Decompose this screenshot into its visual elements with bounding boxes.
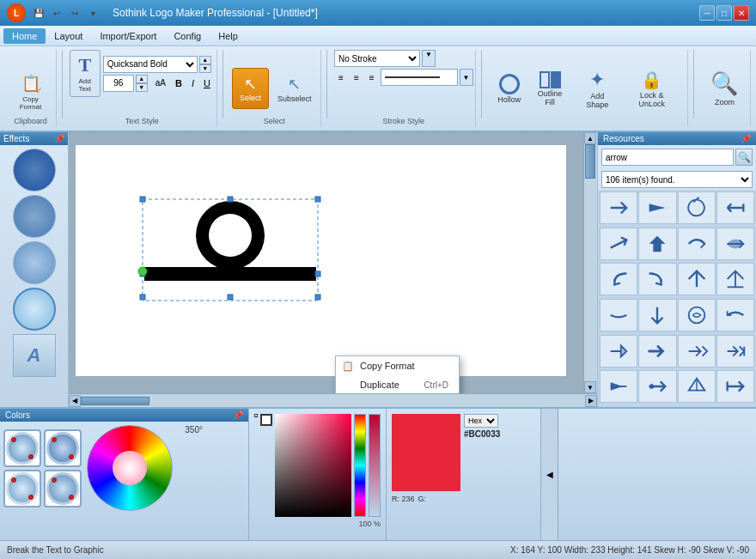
res-item-15[interactable] [678,299,716,331]
swatch-2[interactable] [44,429,82,467]
effect-item-4[interactable] [13,288,56,331]
horizontal-scrollbar[interactable]: ◀ ▶ [69,393,597,407]
res-item-6[interactable] [638,228,676,260]
effects-pin[interactable]: 📌 [54,134,64,143]
colors-pin[interactable]: 📌 [233,410,243,420]
res-item-16[interactable] [716,299,754,331]
res-item-13[interactable] [600,299,637,331]
size-down-btn[interactable]: ▼ [136,83,148,92]
resources-pin[interactable]: 📌 [741,134,751,143]
scroll-right-btn[interactable]: ▶ [585,395,597,407]
res-item-17[interactable] [600,335,637,368]
res-item-5[interactable] [600,228,637,260]
effect-item-3[interactable] [13,241,56,284]
outline-swatch[interactable] [260,414,272,426]
align-right-btn[interactable]: ≡ [365,70,379,85]
res-item-1[interactable] [600,191,637,224]
hollow-button[interactable]: Hollow [494,68,525,109]
expand-color-btn[interactable]: ◀ [541,409,558,540]
italic-button[interactable]: I [187,76,198,91]
copy-format-button[interactable]: 📋 ↙ CopyFormat [15,64,46,114]
font-size-input[interactable] [103,75,134,92]
res-item-12[interactable] [716,263,754,295]
res-item-14[interactable] [638,299,676,331]
cm-copy-format[interactable]: 📋 Copy Format [336,356,459,375]
hue-slider[interactable] [354,414,366,517]
resources-search-input[interactable] [601,149,734,166]
res-item-7[interactable] [678,228,716,260]
stroke-select[interactable]: No Stroke [334,50,420,67]
underline-button[interactable]: U [199,76,215,91]
menu-config[interactable]: Config [165,28,210,44]
alpha-slider[interactable] [369,414,381,517]
menu-home[interactable]: Home [3,28,46,44]
res-item-24[interactable] [716,370,754,403]
minimize-button[interactable]: ─ [699,5,715,21]
scroll-up-btn[interactable]: ▲ [584,132,596,144]
cm-duplicate[interactable]: Duplicate Ctrl+D [336,375,459,393]
pipette-icon[interactable] [254,414,258,417]
close-button[interactable]: ✕ [734,5,749,21]
hscroll-thumb[interactable] [81,397,149,405]
menu-help[interactable]: Help [210,28,247,44]
lock-unlock-button[interactable]: 🔒 Lock & UnLock [623,68,680,109]
vertical-scrollbar[interactable]: ▲ ▼ [583,132,597,393]
res-item-9[interactable] [600,263,637,295]
qa-dropdown[interactable]: ▾ [85,6,101,20]
maximize-button[interactable]: □ [716,5,732,21]
zoom-button[interactable]: 🔍 Zoom [705,68,743,109]
subselect-button[interactable]: ↖ Subselect [272,68,317,109]
res-item-18[interactable] [638,335,676,368]
font-name-select[interactable]: Quicksand Bold [103,56,198,73]
swatch-3[interactable] [3,470,41,507]
menu-import-export[interactable]: Import/Export [91,28,165,44]
res-item-19[interactable] [678,335,716,368]
svg-point-15 [688,307,704,324]
res-item-22[interactable] [638,370,676,403]
size-up-btn[interactable]: ▲ [136,75,148,83]
res-item-3[interactable] [678,191,716,224]
align-center-btn[interactable]: ≡ [350,70,363,85]
res-item-4[interactable] [716,191,754,224]
effect-item-2[interactable] [13,195,56,238]
res-item-11[interactable] [678,263,716,295]
add-text-button[interactable]: T AddText [70,50,101,97]
outline-fill-button[interactable]: Outline Fill [528,68,571,109]
stroke-dropdown-btn[interactable]: ▼ [422,50,436,67]
font-down-btn[interactable]: ▼ [199,64,211,73]
res-item-20[interactable] [716,335,754,368]
add-shape-button[interactable]: ✦ Add Shape [575,68,619,109]
bold-button[interactable]: B [171,76,186,91]
swatch-1[interactable] [3,429,41,467]
expand-arrow-icon: ◀ [546,470,553,479]
qa-save[interactable]: 💾 [31,6,46,20]
hex-mode-select[interactable]: Hex [464,414,498,428]
select-button[interactable]: ↖ Select [232,68,269,109]
rgb-values: R: 236 G: [392,495,535,503]
scroll-down-btn[interactable]: ▼ [584,381,596,393]
font-up-btn[interactable]: ▲ [199,56,211,64]
effect-item-1[interactable] [13,149,56,191]
small-caps-button[interactable]: aA [151,76,170,91]
effect-item-a[interactable]: A [13,334,56,377]
scroll-left-btn[interactable]: ◀ [69,395,81,407]
color-wheel[interactable] [87,425,173,511]
qa-undo[interactable]: ↩ [49,6,64,20]
menu-layout[interactable]: Layout [46,28,91,44]
search-button[interactable]: 🔍 [735,149,753,166]
count-select[interactable]: 106 item(s) found. [601,171,753,188]
res-item-10[interactable] [638,263,676,295]
qa-redo[interactable]: ↪ [67,6,82,20]
res-item-23[interactable] [678,370,716,403]
res-item-2[interactable] [638,191,676,224]
color-gradient-picker[interactable] [275,414,351,517]
res-item-8[interactable] [716,228,754,260]
scroll-thumb[interactable] [585,144,595,179]
res-item-21[interactable] [600,370,637,403]
canvas-container[interactable]: 📋 Copy Format Duplicate Ctrl+D Delete De… [69,132,583,393]
quickaccess-bar: 💾 ↩ ↪ ▾ [31,6,101,20]
swatch-4[interactable] [44,470,82,507]
stroke-line-dropdown-btn[interactable]: ▼ [460,69,473,86]
align-left-btn[interactable]: ≡ [334,70,348,85]
color-result-section: Hex #BC0033 R: 236 G: [387,409,541,540]
